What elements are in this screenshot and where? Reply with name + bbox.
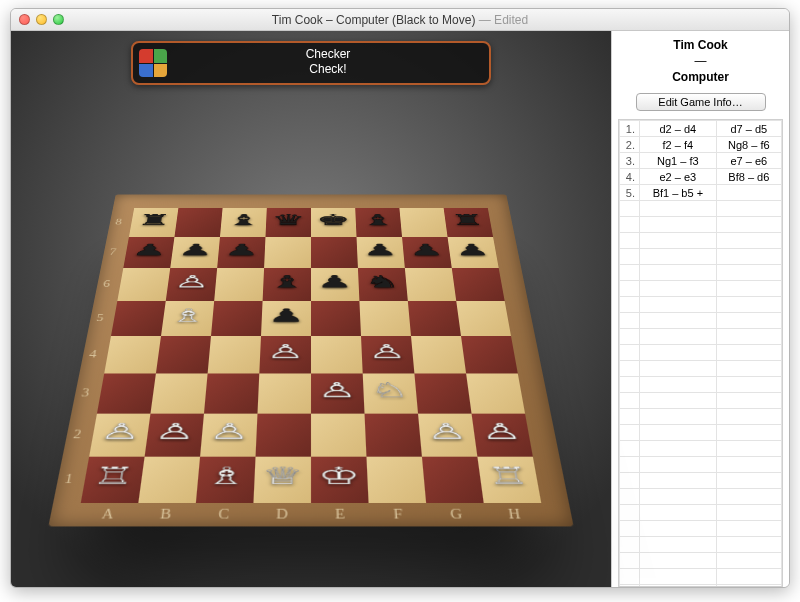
square-b5[interactable] <box>161 301 214 336</box>
square-f1[interactable] <box>366 456 426 502</box>
minimize-icon[interactable] <box>36 14 47 25</box>
square-h3[interactable] <box>466 373 525 413</box>
square-g4[interactable] <box>411 336 466 373</box>
move-row[interactable]: 4.e2 – e3Bf8 – d6 <box>620 169 782 185</box>
rank-label: 7 <box>109 247 117 257</box>
square-a1[interactable] <box>81 456 145 502</box>
move-row <box>620 425 782 441</box>
sidebar: Tim Cook — Computer Edit Game Info… 1.d2… <box>611 31 789 587</box>
square-d3[interactable] <box>257 373 311 413</box>
square-h6[interactable] <box>452 268 505 301</box>
square-g5[interactable] <box>408 301 461 336</box>
square-b1[interactable] <box>138 456 200 502</box>
square-c3[interactable] <box>204 373 259 413</box>
square-e5[interactable] <box>311 301 361 336</box>
square-d7[interactable] <box>264 237 311 268</box>
square-d5[interactable] <box>261 301 311 336</box>
square-c4[interactable] <box>208 336 261 373</box>
square-d6[interactable] <box>263 268 311 301</box>
white-move[interactable]: e2 – e3 <box>640 169 717 185</box>
square-e2[interactable] <box>311 413 366 456</box>
square-a2[interactable] <box>89 413 150 456</box>
square-g1[interactable] <box>422 456 484 502</box>
move-row <box>620 537 782 553</box>
file-label: A <box>101 507 115 523</box>
square-b6[interactable] <box>166 268 217 301</box>
square-f2[interactable] <box>365 413 422 456</box>
move-row[interactable]: 2.f2 – f4Ng8 – f6 <box>620 137 782 153</box>
move-row[interactable]: 3.Ng1 – f3e7 – e6 <box>620 153 782 169</box>
square-b3[interactable] <box>150 373 207 413</box>
square-e6[interactable] <box>311 268 359 301</box>
square-e4[interactable] <box>311 336 363 373</box>
square-f3[interactable] <box>363 373 418 413</box>
square-h7[interactable] <box>448 237 499 268</box>
rank-label: 4 <box>88 348 97 360</box>
square-e1[interactable] <box>311 456 369 502</box>
chess-board[interactable]: ABCDEFGH87654321♜♝♛♚♝♜♟♟♟♟♟♟♙♝♟♞♗♟♙♙♙♘♙♙… <box>61 81 561 571</box>
move-row <box>620 377 782 393</box>
move-row <box>620 473 782 489</box>
square-f5[interactable] <box>359 301 411 336</box>
move-row[interactable]: 1.d2 – d4d7 – d5 <box>620 121 782 137</box>
close-icon[interactable] <box>19 14 30 25</box>
move-row <box>620 313 782 329</box>
zoom-icon[interactable] <box>53 14 64 25</box>
square-g8[interactable] <box>399 208 447 237</box>
square-g7[interactable] <box>402 237 452 268</box>
square-c8[interactable] <box>220 208 267 237</box>
square-b2[interactable] <box>145 413 204 456</box>
vs-separator: — <box>618 53 783 69</box>
square-d8[interactable] <box>265 208 311 237</box>
square-d2[interactable] <box>256 413 311 456</box>
square-h1[interactable] <box>477 456 541 502</box>
move-list[interactable]: 1.d2 – d4d7 – d52.f2 – f4Ng8 – f63.Ng1 –… <box>618 119 783 587</box>
square-a5[interactable] <box>111 301 166 336</box>
square-g6[interactable] <box>405 268 456 301</box>
square-a6[interactable] <box>117 268 170 301</box>
move-row[interactable]: 5.Bf1 – b5 + <box>620 185 782 201</box>
square-c7[interactable] <box>217 237 265 268</box>
white-move[interactable]: d2 – d4 <box>640 121 717 137</box>
move-row <box>620 585 782 588</box>
square-g3[interactable] <box>414 373 471 413</box>
square-b4[interactable] <box>156 336 211 373</box>
square-a3[interactable] <box>97 373 156 413</box>
black-move[interactable]: Ng8 – f6 <box>716 137 781 153</box>
players-header: Tim Cook — Computer <box>618 37 783 89</box>
square-e3[interactable] <box>311 373 365 413</box>
white-move[interactable]: Bf1 – b5 + <box>640 185 717 201</box>
square-h5[interactable] <box>456 301 511 336</box>
square-a7[interactable] <box>123 237 174 268</box>
move-row <box>620 441 782 457</box>
square-f4[interactable] <box>361 336 414 373</box>
square-a8[interactable] <box>129 208 178 237</box>
move-row <box>620 457 782 473</box>
square-c6[interactable] <box>214 268 264 301</box>
white-move[interactable]: Ng1 – f3 <box>640 153 717 169</box>
square-h8[interactable] <box>444 208 493 237</box>
square-h2[interactable] <box>472 413 533 456</box>
black-move[interactable] <box>716 185 781 201</box>
black-move[interactable]: Bf8 – d6 <box>716 169 781 185</box>
square-c5[interactable] <box>211 301 263 336</box>
square-g2[interactable] <box>418 413 477 456</box>
square-a4[interactable] <box>104 336 161 373</box>
black-move[interactable]: d7 – d5 <box>716 121 781 137</box>
square-b8[interactable] <box>174 208 222 237</box>
titlebar[interactable]: Tim Cook – Computer (Black to Move) — Ed… <box>11 9 789 31</box>
square-f8[interactable] <box>355 208 402 237</box>
edit-game-info-button[interactable]: Edit Game Info… <box>636 93 766 111</box>
square-e7[interactable] <box>311 237 358 268</box>
white-move[interactable]: f2 – f4 <box>640 137 717 153</box>
black-move[interactable]: e7 – e6 <box>716 153 781 169</box>
square-c1[interactable] <box>196 456 256 502</box>
square-f6[interactable] <box>358 268 408 301</box>
square-b7[interactable] <box>170 237 220 268</box>
square-d1[interactable] <box>253 456 311 502</box>
square-c2[interactable] <box>200 413 257 456</box>
square-h4[interactable] <box>461 336 518 373</box>
square-e8[interactable] <box>311 208 357 237</box>
square-d4[interactable] <box>259 336 311 373</box>
square-f7[interactable] <box>357 237 405 268</box>
